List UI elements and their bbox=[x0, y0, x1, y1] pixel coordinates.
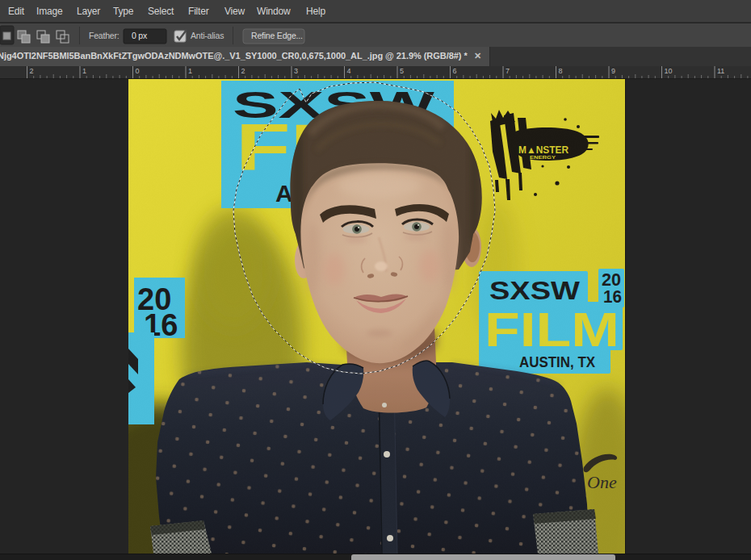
svg-text:1: 1 bbox=[82, 67, 86, 75]
svg-text:2: 2 bbox=[241, 67, 245, 75]
svg-text:3: 3 bbox=[294, 67, 298, 75]
svg-text:11: 11 bbox=[717, 67, 724, 75]
svg-text:2: 2 bbox=[30, 67, 34, 75]
svg-text:7: 7 bbox=[506, 67, 510, 75]
svg-text:6: 6 bbox=[453, 67, 457, 75]
svg-text:0: 0 bbox=[136, 67, 140, 75]
svg-text:1: 1 bbox=[188, 67, 192, 75]
svg-text:9: 9 bbox=[611, 67, 615, 75]
svg-text:5: 5 bbox=[400, 67, 404, 75]
svg-text:10: 10 bbox=[665, 67, 673, 75]
svg-text:8: 8 bbox=[559, 67, 563, 75]
svg-text:4: 4 bbox=[347, 67, 351, 75]
